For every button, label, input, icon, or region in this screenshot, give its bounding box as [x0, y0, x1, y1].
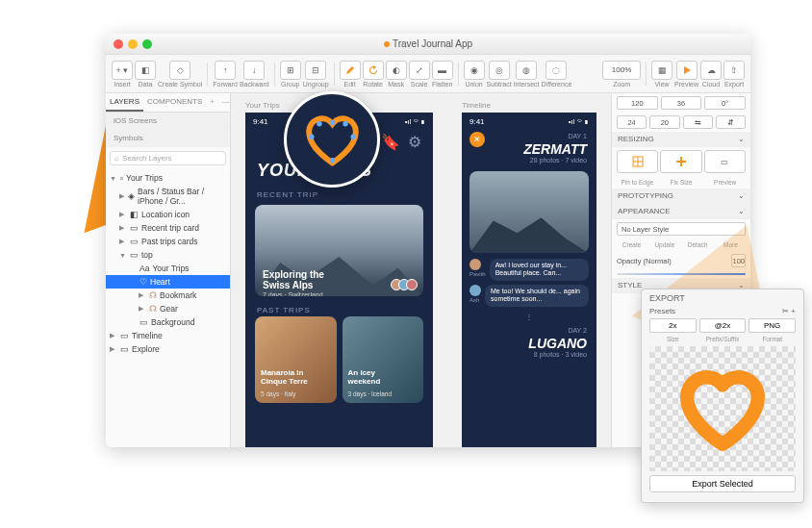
svg-point-1 — [317, 121, 321, 126]
data-button[interactable]: ◧ — [135, 61, 156, 80]
forward-button[interactable]: ↑ — [215, 61, 236, 80]
mask-button[interactable]: ◐ — [386, 61, 407, 80]
layer-text-your-trips[interactable]: Aa Your Trips — [106, 262, 230, 275]
scale-button[interactable]: ⤢ — [409, 61, 430, 80]
layer-location-icon[interactable]: ▶◧ Location icon — [106, 208, 230, 221]
subtract-button[interactable]: ◎ — [489, 61, 510, 80]
window-controls[interactable] — [114, 39, 152, 49]
page-symbols[interactable]: Symbols — [106, 130, 230, 147]
toolbar: + ▾Insert ◧Data ◇Create Symbol ↑Forward … — [106, 55, 750, 93]
preview-button[interactable] — [676, 61, 698, 80]
x-field[interactable]: 120 — [617, 96, 658, 110]
group-button[interactable]: ⊞ — [280, 61, 301, 80]
artboard-label[interactable]: Timeline — [462, 101, 491, 110]
resize-preview-button[interactable]: ▭ — [704, 150, 746, 173]
layer-explore[interactable]: ▶▭ Explore — [106, 342, 230, 356]
flip-h-button[interactable]: ⇋ — [683, 115, 713, 129]
pin-to-edge-button[interactable] — [617, 150, 658, 173]
window-title: Travel Journal App — [384, 38, 472, 49]
layer-status-bar[interactable]: ▶◈ Bars / Status Bar / iPhone / Gr... — [106, 185, 230, 208]
y-field[interactable]: 36 — [661, 96, 702, 110]
export-size-select[interactable]: 2x — [649, 318, 697, 333]
past-trip-card[interactable]: Manarola inCinque Terre 5 days · Italy — [255, 316, 337, 403]
minimize-window-icon[interactable] — [128, 39, 138, 49]
search-icon: ⌕ — [114, 154, 119, 163]
backward-button[interactable]: ↓ — [243, 61, 265, 80]
intersect-button[interactable]: ◍ — [516, 61, 537, 80]
page-ios-screens[interactable]: iOS Screens — [106, 113, 230, 130]
export-selected-button[interactable]: Export Selected — [649, 475, 796, 492]
svg-point-3 — [329, 120, 334, 125]
status-time: 9:41 — [253, 117, 268, 126]
add-preset-button[interactable]: + — [791, 307, 796, 315]
heart-zoom-overlay — [284, 91, 380, 188]
layers-panel: LAYERS COMPONENTS + — iOS Screens Symbol… — [106, 93, 231, 447]
svg-point-5 — [309, 135, 314, 139]
tab-menu-button[interactable]: — — [218, 93, 231, 112]
knife-icon[interactable]: ✂ — [782, 307, 789, 315]
layer-past-trips-cards[interactable]: ▶▭ Past trips cards — [106, 235, 230, 248]
fix-size-button[interactable] — [660, 150, 701, 173]
section-past: PAST TRIPS — [245, 304, 433, 316]
add-tab-button[interactable]: + — [206, 93, 218, 112]
svg-point-6 — [350, 135, 355, 139]
create-symbol-button[interactable]: ◇ — [169, 61, 190, 80]
chevron-down-icon[interactable]: ⌄ — [738, 135, 745, 143]
layer-timeline[interactable]: ▶▭ Timeline — [106, 329, 230, 342]
maximize-window-icon[interactable] — [142, 39, 152, 49]
past-trip-card[interactable]: An iceyweekend 3 days · Iceland — [343, 316, 424, 403]
comment: Ash Me too! We should de... again someti… — [462, 283, 596, 309]
export-preview — [649, 346, 796, 471]
export-title: EXPORT — [642, 289, 803, 307]
layer-background[interactable]: ▭ Background — [106, 315, 230, 329]
ungroup-button[interactable]: ⊟ — [305, 61, 326, 80]
svg-point-4 — [329, 158, 334, 163]
svg-point-2 — [343, 121, 347, 126]
section-style: STYLE — [618, 281, 642, 289]
tab-components[interactable]: COMPONENTS — [143, 93, 206, 112]
section-appearance: APPEARANCE — [618, 207, 671, 215]
meta-label: 28 photos · 7 video — [462, 157, 596, 167]
tab-layers[interactable]: LAYERS — [106, 93, 143, 112]
bookmark-icon: 🔖 — [381, 133, 400, 151]
flip-v-button[interactable]: ⇵ — [716, 115, 746, 129]
recent-trip-card[interactable]: Exploring theSwiss Alps 7 days · Switzer… — [255, 205, 423, 296]
edit-button[interactable] — [340, 61, 361, 80]
status-time: 9:41 — [469, 117, 485, 126]
zoom-field[interactable]: 100% — [602, 61, 641, 80]
export-button[interactable]: ⇧ — [723, 61, 745, 80]
view-button[interactable]: ▦ — [651, 61, 672, 80]
close-window-icon[interactable] — [114, 39, 123, 49]
chevron-down-icon[interactable]: ⌄ — [738, 191, 745, 200]
flatten-button[interactable]: ▬ — [432, 61, 453, 80]
artboard-label[interactable]: Your Trips — [245, 101, 280, 110]
layer-bookmark[interactable]: ▶☊ Bookmark — [106, 289, 230, 302]
city-label: LUGANO — [462, 336, 596, 351]
export-prefix-field[interactable]: @2x — [699, 318, 747, 333]
cloud-button[interactable]: ☁ — [700, 61, 722, 80]
section-prototyping: PROTOTYPING — [618, 191, 673, 200]
insert-button[interactable]: + ▾ — [112, 61, 133, 80]
w-field[interactable]: 24 — [617, 115, 647, 129]
layer-recent-trip-card[interactable]: ▶▭ Recent trip card — [106, 221, 230, 235]
difference-button[interactable]: ◌ — [546, 61, 567, 80]
union-button[interactable]: ◉ — [464, 61, 485, 80]
layer-heart[interactable]: ♡ Heart — [106, 275, 230, 289]
export-format-select[interactable]: PNG — [749, 318, 796, 333]
close-button[interactable]: ✕ — [469, 132, 485, 147]
layer-gear[interactable]: ▶☊ Gear — [106, 302, 230, 315]
comment: Pavith Aw! I loved our stay in... Beauti… — [462, 257, 596, 283]
layer-your-trips[interactable]: ▼▫ Your Trips — [106, 171, 230, 185]
artboard-timeline[interactable]: 9:41•ıl ⌔ ▮ ✕ DAY 1 ZERMATT 28 photos · … — [462, 113, 596, 447]
titlebar: Travel Journal App — [106, 34, 750, 55]
rotate-button[interactable] — [363, 61, 384, 80]
search-layers-input[interactable]: ⌕Search Layers — [110, 151, 226, 165]
rotation-field[interactable]: 0° — [704, 96, 746, 110]
status-icons: •ıl ⌔ ▮ — [569, 117, 589, 126]
h-field[interactable]: 20 — [649, 115, 679, 129]
layer-top[interactable]: ▼▭ top — [106, 248, 230, 262]
chevron-down-icon[interactable]: ⌄ — [738, 207, 745, 215]
status-icons: •ıl ⌔ ▮ — [405, 117, 425, 126]
section-recent: RECENT TRIP — [245, 189, 433, 201]
export-panel: EXPORT Presets✂ + 2x @2x PNG SizePrefix/… — [641, 289, 804, 503]
